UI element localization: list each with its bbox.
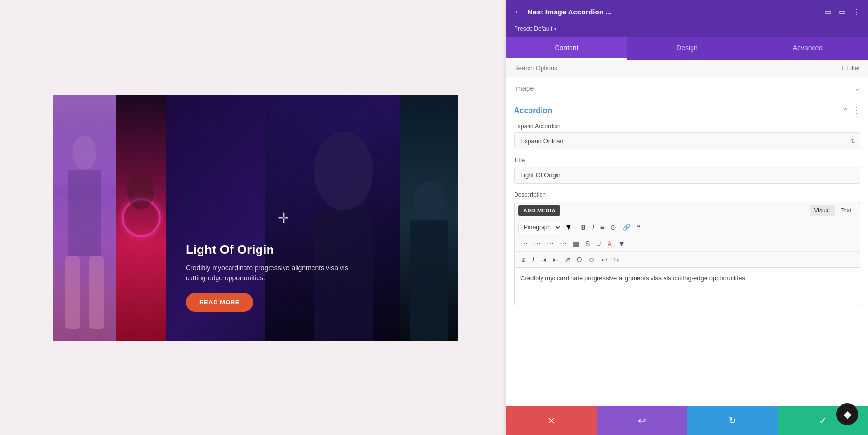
panel-tabs: Content Design Advanced	[506, 37, 868, 60]
save-icon: ✓	[819, 415, 827, 426]
quote-button[interactable]: ❝	[635, 222, 643, 233]
description-text: Credibly myocardinate progressive alignm…	[520, 275, 747, 282]
panel-3-title: Light Of Origin	[186, 242, 369, 257]
back-icon[interactable]: ←	[514, 7, 523, 17]
tab-design[interactable]: Design	[627, 37, 747, 60]
svg-point-12	[414, 182, 445, 220]
panel-header: ← Next Image Accordion ... ▭ ▭ ⋮	[506, 0, 868, 24]
search-options-bar: + Filter	[506, 60, 868, 77]
image-section: Image ⌄	[506, 77, 868, 99]
redo-icon: ↻	[728, 415, 736, 426]
read-more-button[interactable]: READ MORE	[186, 293, 253, 312]
cancel-button[interactable]: ✕	[506, 406, 597, 435]
toolbar-row-1: ADD MEDIA Visual Text	[515, 202, 860, 219]
cancel-icon: ✕	[547, 415, 556, 426]
redo-button[interactable]: ↻	[687, 406, 778, 435]
redo-editor-button[interactable]: ↪	[611, 254, 622, 265]
table-button[interactable]: ▦	[570, 238, 582, 249]
image-section-header[interactable]: Image ⌄	[514, 84, 860, 92]
bottom-action-bar: ✕ ↩ ↻ ✓	[506, 406, 868, 435]
panel-header-title: Next Image Accordion ...	[528, 8, 612, 16]
svg-point-9	[314, 132, 373, 210]
visual-tab[interactable]: Visual	[810, 205, 835, 216]
unordered-list-button[interactable]: ≡	[598, 222, 607, 233]
expand-accordion-select[interactable]: Expand Onload Expand on Click None	[514, 132, 860, 149]
undo-editor-button[interactable]: ↩	[599, 254, 610, 265]
emoji-button[interactable]: ☺	[585, 254, 597, 265]
bold-button[interactable]: B	[579, 222, 588, 233]
toolbar-row-2: Paragraph ▼ B I ≡ ⊙ 🔗 ❝	[515, 219, 860, 236]
image-section-title: Image	[514, 84, 534, 92]
undo-button[interactable]: ↩	[597, 406, 688, 435]
underline-button[interactable]: U	[594, 238, 603, 249]
text-tab[interactable]: Text	[836, 205, 856, 216]
accordion-more-icon[interactable]: ⋮	[853, 106, 860, 115]
screen-icon[interactable]: ▭	[825, 7, 832, 16]
indent-button[interactable]: ⇥	[538, 254, 549, 265]
panel-content[interactable]: Image ⌄ Accordion ⌃ ⋮ Expand Accordion E…	[506, 77, 868, 406]
preset-link[interactable]: Preset: Default	[514, 26, 552, 32]
fullscreen-button[interactable]: ⇗	[562, 254, 573, 265]
toolbar-row-4: 🖹 I ⇥ ⇤ ⇗ Ω ☺ ↩ ↪	[515, 251, 860, 267]
undo-icon: ↩	[638, 415, 646, 426]
right-panel: ← Next Image Accordion ... ▭ ▭ ⋮ Preset:…	[506, 0, 868, 435]
panel-3-description: Credibly myocardinate progressive alignm…	[186, 263, 369, 283]
expand-accordion-label: Expand Accordion	[514, 123, 860, 130]
panel-3-text-overlay: Light Of Origin Credibly myocardinate pr…	[186, 242, 369, 312]
accordion-panel-2[interactable]	[116, 95, 166, 341]
ordered-list-button[interactable]: ⊙	[608, 222, 619, 233]
accordion-section-controls: ⌃ ⋮	[843, 106, 860, 115]
tab-content[interactable]: Content	[506, 37, 627, 60]
accordion-panel-1[interactable]	[53, 95, 116, 341]
svg-rect-5	[116, 95, 166, 341]
divi-logo: ◆	[844, 409, 851, 420]
svg-rect-2	[68, 170, 101, 256]
toolbar-row-3: ⋯ ⋯ ⋯ ⋯ ▦ S U A ▼	[515, 236, 860, 251]
align-right-button[interactable]: ⋯	[544, 238, 556, 249]
description-label: Desccription	[514, 191, 860, 198]
tab-advanced[interactable]: Advanced	[747, 37, 868, 60]
description-section: Desccription ADD MEDIA Visual Text Parag…	[514, 191, 860, 306]
title-input[interactable]	[514, 167, 860, 184]
align-center-button[interactable]: ⋯	[531, 238, 543, 249]
font-color-button[interactable]: A	[605, 238, 614, 249]
search-options-input[interactable]	[514, 65, 841, 72]
accordion-settings-section: Accordion ⌃ ⋮ Expand Accordion Expand On…	[506, 99, 868, 321]
svg-rect-4	[89, 256, 104, 329]
accordion-section-header: Accordion ⌃ ⋮	[514, 106, 860, 115]
expand-accordion-field: Expand Accordion Expand Onload Expand on…	[514, 123, 860, 149]
header-icons: ▭ ▭ ⋮	[825, 7, 860, 16]
accordion-collapse-icon[interactable]: ⌃	[843, 107, 849, 115]
layout-icon[interactable]: ▭	[839, 7, 846, 16]
link-button[interactable]: 🔗	[620, 222, 633, 233]
justify-button[interactable]: ⋯	[557, 238, 569, 249]
expand-accordion-select-wrapper: Expand Onload Expand on Click None ⇅	[514, 132, 860, 149]
image-chevron-icon[interactable]: ⌄	[854, 84, 860, 92]
title-field: Title	[514, 157, 860, 184]
accordion-panel-4[interactable]	[400, 95, 458, 341]
svg-rect-3	[65, 256, 80, 329]
source-button[interactable]: 🖹	[518, 255, 529, 264]
canvas-area: ✛ Light Of Origin Credibly myocardinate …	[0, 0, 511, 435]
paragraph-select[interactable]: Paragraph	[518, 222, 562, 233]
description-toolbar: ADD MEDIA Visual Text Paragraph ▼ B	[514, 202, 860, 268]
divi-icon[interactable]: ◆	[836, 403, 858, 425]
italic3-button[interactable]: I	[530, 254, 537, 265]
svg-point-1	[72, 136, 96, 170]
accordion-panel-3-expanded[interactable]: ✛ Light Of Origin Credibly myocardinate …	[166, 95, 400, 341]
arrow-button[interactable]: ▼	[616, 238, 627, 249]
filter-button[interactable]: + Filter	[841, 65, 860, 72]
more-options-icon[interactable]: ⋮	[853, 7, 860, 16]
visual-text-tabs: Visual Text	[810, 205, 856, 216]
special-char-button[interactable]: Ω	[574, 254, 584, 265]
add-media-button[interactable]: ADD MEDIA	[518, 205, 560, 216]
accordion-widget[interactable]: ✛ Light Of Origin Credibly myocardinate …	[53, 95, 458, 341]
description-content-area[interactable]: Credibly myocardinate progressive alignm…	[514, 268, 860, 306]
outdent-button[interactable]: ⇤	[550, 254, 561, 265]
italic-button[interactable]: I	[590, 222, 597, 233]
title-label: Title	[514, 157, 860, 164]
preset-bar: Preset: Default ▾	[506, 24, 868, 37]
strikethrough-button[interactable]: S	[583, 238, 592, 249]
align-left-button[interactable]: ⋯	[518, 238, 530, 249]
svg-rect-13	[410, 220, 448, 341]
